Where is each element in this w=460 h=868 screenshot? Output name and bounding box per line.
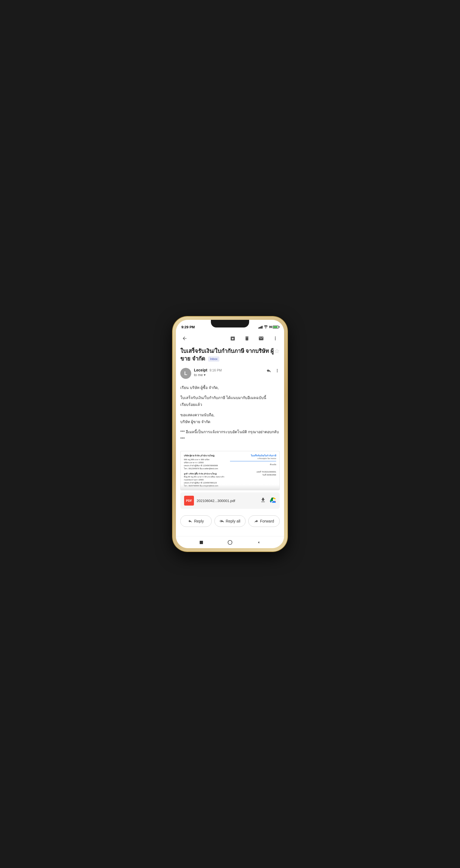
star-button[interactable]: ☆ — [274, 348, 280, 355]
invoice-copy-label: ต้นฉบับ — [230, 463, 276, 466]
svg-rect-0 — [200, 541, 203, 544]
invoice-doc-title: ใบเสร็จรับเงิน/ใบกำกับภาษี — [230, 454, 276, 458]
reply-all-label: Reply all — [226, 519, 240, 523]
sender-name: Leceipt — [194, 368, 207, 372]
phone-screen: 9:29 PM 99 — [176, 320, 284, 548]
wifi-icon — [264, 325, 268, 329]
subject-area: ใบเสร็จรับเงิน/ใบกำกับภาษี จากบริษัท ผู้… — [176, 345, 284, 366]
email-container[interactable]: ใบเสร็จรับเงิน/ใบกำกับภาษี จากบริษัท ผู้… — [176, 332, 284, 536]
invoice-seller-name: บริษัท ผู้ขาย จำกัด (สำนักงานใหญ่) — [184, 454, 230, 457]
action-buttons: Reply Reply all Forward — [176, 512, 284, 530]
bottom-nav — [176, 536, 284, 548]
nav-back-button[interactable] — [255, 539, 262, 546]
forward-label: Forward — [260, 519, 274, 523]
forward-button[interactable]: Forward — [248, 516, 280, 527]
quick-reply-button[interactable] — [266, 368, 272, 375]
reply-label: Reply — [194, 519, 204, 523]
reply-all-button[interactable]: Reply all — [214, 516, 246, 527]
auto-note-text: *** อีเมลนี้เป็นการแจ้งจากระบบอัตโนมัติ … — [180, 429, 280, 442]
to-me-label[interactable]: to me ▾ — [194, 373, 263, 377]
invoice-seller-addr2: บริษัท มหาดารา 10500 — [184, 461, 230, 464]
inbox-badge: Inbox — [208, 356, 219, 362]
status-time: 9:29 PM — [181, 325, 195, 329]
delete-button[interactable] — [243, 334, 251, 343]
pdf-icon: PDF — [184, 496, 194, 505]
invoice-buyer-addr: ที่อยู่ 99 หมู่ 99 ถ.อาคาร 99 แขวงสีลม เ… — [184, 475, 230, 481]
mark-button[interactable] — [257, 334, 266, 343]
save-to-drive-button[interactable] — [270, 497, 276, 504]
battery-icon — [273, 326, 279, 329]
status-icons: 99 — [258, 325, 279, 329]
invoice-buyer-title: ลูกค้า บริษัท ผู้ซื้อ จำกัด (สำนักงานใหญ… — [184, 472, 230, 475]
reply-button[interactable]: Reply — [180, 516, 212, 527]
invoice-doc-number: เลขที่ TIV20210300001 — [230, 470, 276, 473]
email-toolbar — [176, 332, 284, 345]
sender-avatar: L — [180, 368, 191, 379]
archive-button[interactable] — [228, 334, 237, 343]
invoice-buyer-phone: โทร. 0825798555 อีเมล buyer@test.com — [184, 484, 230, 487]
svg-point-1 — [228, 540, 232, 544]
email-body: เรียน บริษัท ผู้ซื้อ จำกัด, ใบเสร็จรับเง… — [176, 381, 284, 449]
sender-row: L Leceipt 9:16 PM to me ▾ — [176, 366, 284, 381]
invoice-seller-tax: เลขประจำตัวผู้เสียภาษี 12345678990999 — [184, 464, 230, 467]
email-subject: ใบเสร็จรับเงิน/ใบกำกับภาษี จากบริษัท ผู้… — [180, 348, 274, 362]
signal-bars-icon — [258, 325, 263, 329]
greeting-text: เรียน บริษัท ผู้ซื้อ จำกัด, — [180, 384, 280, 391]
body-line1: ใบเสร็จรับเงิน/ใบกำกับภาษี ได้แนบมากับอี… — [180, 394, 280, 408]
back-button[interactable] — [180, 334, 189, 343]
notch — [211, 320, 249, 328]
battery-percentage: 99 — [269, 326, 272, 329]
invoice-buyer-tax: เลขประจำตัวผู้เสียภาษี 1234567890123 — [184, 481, 230, 484]
send-time: 9:16 PM — [210, 368, 222, 372]
invoice-seller-phone: โทร. 0912345678 อีเมล seller@test.com — [184, 467, 230, 470]
invoice-preview[interactable]: บริษัท ผู้ขาย จำกัด (สำนักงานใหญ่) 999 ห… — [180, 451, 280, 490]
closing-text: ขอแสดงความนับถือ, บริษัท ผู้ขาย จำกัด — [180, 412, 280, 425]
attachment-row: PDF 202106042...300001.pdf — [180, 492, 280, 509]
invoice-doc-subtitle: e-Receipt/e-Tax Invoice — [230, 458, 276, 459]
download-attachment-button[interactable] — [260, 497, 266, 504]
invoice-seller-addr1: 999 หมู่ 999 อาคาร 999 บรัษัท — [184, 458, 230, 461]
more-options-button[interactable] — [271, 334, 280, 343]
phone-frame: 9:29 PM 99 — [173, 316, 287, 552]
attachment-filename: 202106042...300001.pdf — [197, 499, 257, 503]
invoice-doc-date: วันที่ 04/06/2564 — [230, 473, 276, 476]
more-message-options-button[interactable] — [275, 368, 280, 374]
nav-home-button[interactable] — [227, 539, 233, 546]
nav-square-button[interactable] — [198, 539, 205, 546]
